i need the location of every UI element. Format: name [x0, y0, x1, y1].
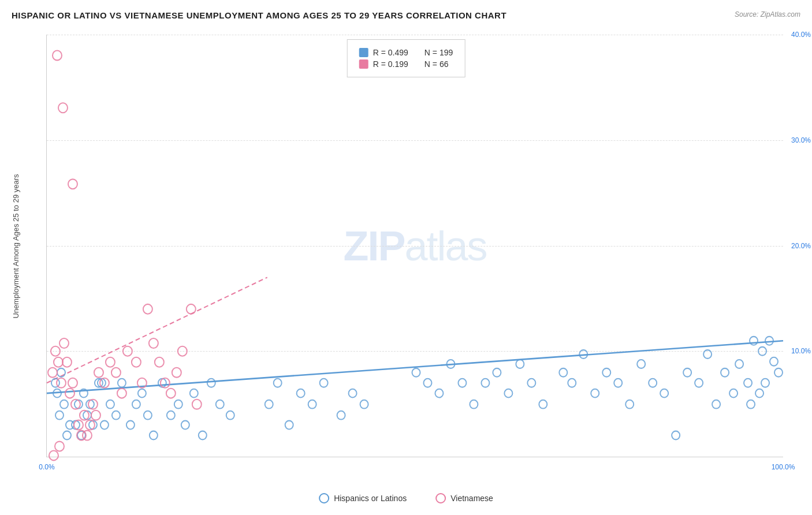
svg-point-62: [614, 379, 622, 387]
svg-point-44: [360, 400, 368, 409]
legend-n-pink: N = 66: [424, 59, 449, 69]
vietnamese-label: Vietnamese: [450, 494, 493, 503]
svg-point-89: [51, 346, 60, 356]
plot-area: ZIPatlas 40.0% 30.0% 20.0% 10.0% 0.0% 10…: [46, 35, 783, 457]
source-label: Source: ZipAtlas.com: [735, 10, 800, 18]
svg-point-75: [744, 379, 752, 387]
svg-point-109: [132, 357, 141, 367]
svg-point-74: [735, 360, 743, 368]
svg-point-82: [755, 389, 763, 398]
svg-point-53: [504, 389, 512, 398]
svg-point-106: [111, 368, 121, 378]
bottom-legend-hispanics: Hispanics or Latinos: [319, 493, 407, 503]
svg-point-107: [117, 389, 126, 398]
svg-point-71: [712, 400, 720, 409]
svg-point-105: [106, 357, 115, 367]
svg-point-113: [155, 357, 164, 367]
legend-row-pink: R = 0.199 N = 66: [359, 59, 453, 69]
svg-point-4: [55, 411, 64, 420]
svg-point-83: [747, 400, 755, 409]
svg-point-108: [123, 346, 132, 356]
svg-point-121: [55, 442, 64, 451]
svg-point-80: [774, 368, 783, 377]
svg-point-45: [412, 368, 420, 377]
svg-point-95: [68, 378, 77, 388]
svg-point-34: [216, 400, 224, 409]
svg-point-26: [150, 431, 158, 440]
svg-point-47: [435, 389, 443, 398]
svg-point-38: [285, 421, 293, 430]
svg-point-49: [458, 379, 466, 387]
svg-point-81: [761, 379, 769, 387]
svg-point-52: [493, 368, 501, 377]
svg-point-76: [750, 337, 758, 345]
svg-point-42: [337, 411, 345, 420]
grid-label-40: 40.0%: [791, 31, 811, 39]
chart-container: HISPANIC OR LATINO VS VIETNAMESE UNEMPLO…: [0, 0, 812, 515]
svg-point-66: [660, 389, 668, 398]
svg-point-85: [58, 103, 68, 113]
svg-point-51: [481, 379, 489, 387]
legend-row-blue: R = 0.499 N = 199: [359, 48, 453, 57]
svg-point-61: [602, 368, 610, 377]
svg-point-115: [166, 389, 176, 398]
svg-point-70: [703, 350, 712, 359]
svg-point-84: [53, 50, 62, 60]
svg-point-25: [144, 411, 152, 420]
svg-point-88: [54, 357, 63, 367]
svg-point-119: [192, 400, 202, 409]
svg-point-90: [59, 338, 69, 348]
svg-point-14: [100, 421, 109, 430]
svg-point-60: [591, 389, 599, 398]
svg-point-111: [143, 304, 152, 314]
legend-n-blue: N = 199: [424, 48, 453, 57]
hispanics-circle: [319, 493, 329, 503]
svg-point-54: [516, 360, 524, 368]
scatter-plot-svg: [47, 35, 783, 457]
svg-point-41: [320, 379, 328, 387]
svg-point-103: [94, 368, 103, 378]
svg-point-99: [83, 431, 92, 441]
svg-point-91: [62, 357, 72, 367]
bottom-legend-vietnamese: Vietnamese: [435, 493, 493, 503]
svg-point-93: [65, 389, 75, 398]
y-axis-label: Unemployment Among Ages 25 to 29 years: [12, 174, 20, 318]
svg-point-63: [625, 400, 634, 409]
svg-point-46: [423, 379, 431, 387]
svg-point-39: [297, 389, 305, 398]
grid-label-30: 30.0%: [791, 136, 811, 144]
vietnamese-circle: [435, 493, 446, 503]
grid-label-20: 20.0%: [791, 242, 811, 250]
legend-box: R = 0.499 N = 199 R = 0.199 N = 66: [347, 39, 465, 77]
svg-point-57: [559, 368, 567, 377]
svg-point-64: [637, 360, 645, 368]
svg-point-102: [91, 410, 100, 420]
svg-point-37: [274, 379, 282, 387]
svg-point-68: [683, 368, 691, 377]
svg-point-67: [672, 431, 680, 440]
svg-point-58: [568, 379, 576, 387]
svg-point-117: [178, 346, 187, 356]
svg-point-65: [649, 379, 657, 387]
svg-point-120: [49, 450, 58, 460]
svg-point-43: [349, 389, 357, 398]
legend-color-blue: [359, 48, 368, 57]
svg-point-36: [265, 400, 273, 409]
hispanics-label: Hispanics or Latinos: [334, 494, 407, 503]
svg-point-87: [48, 368, 57, 378]
x-axis-label-100: 100.0%: [772, 463, 795, 471]
svg-point-56: [539, 400, 547, 409]
svg-point-69: [695, 379, 703, 387]
svg-point-77: [758, 347, 766, 356]
svg-point-40: [308, 400, 316, 409]
svg-point-3: [60, 400, 68, 409]
bottom-legend: Hispanics or Latinos Vietnamese: [319, 493, 493, 503]
svg-point-78: [765, 337, 773, 345]
svg-point-21: [118, 379, 126, 387]
svg-point-24: [138, 389, 146, 398]
svg-point-50: [470, 400, 478, 409]
chart-title: HISPANIC OR LATINO VS VIETNAMESE UNEMPLO…: [12, 10, 506, 20]
svg-point-92: [57, 378, 66, 388]
svg-point-79: [770, 357, 778, 366]
svg-point-23: [132, 400, 140, 409]
